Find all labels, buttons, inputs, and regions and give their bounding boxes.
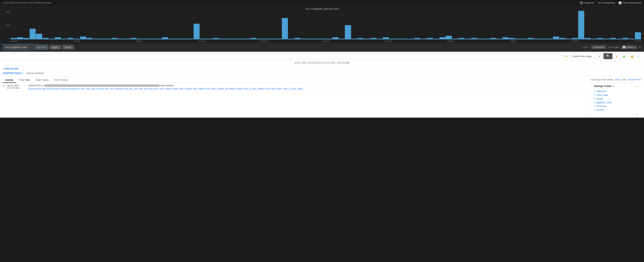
event-field-vmw-esxi-sub[interactable]: vmw_esxi_sub bbox=[123, 87, 137, 90]
chart-bar[interactable] bbox=[282, 18, 288, 39]
event-field-appname[interactable]: appname bbox=[71, 87, 80, 90]
chart-bar[interactable] bbox=[36, 34, 42, 39]
event-field-vmw-vc-task-status[interactable]: vmw_vc_task_status bbox=[283, 87, 303, 90]
bar-chart-icon: 📊 bbox=[623, 46, 626, 48]
chart-bar[interactable] bbox=[572, 38, 578, 39]
manage-fields-row-edit-icon[interactable]: ✏ bbox=[636, 113, 638, 116]
tab-events[interactable]: Events bbox=[3, 77, 16, 83]
seconds-dropdown[interactable]: 5 seconds bbox=[591, 45, 606, 49]
chart-bar[interactable] bbox=[370, 38, 376, 39]
chart-bar[interactable] bbox=[250, 38, 256, 39]
chart-bar[interactable] bbox=[80, 36, 86, 39]
chart-bar[interactable] bbox=[509, 38, 515, 39]
chart-area: 4M 2M 0 16:42:30 16:43:00 16:43:30 16:44… bbox=[3, 11, 641, 43]
chart-bar[interactable] bbox=[458, 38, 464, 39]
event-gear-icon[interactable]: ⚙ bbox=[3, 84, 5, 87]
chart-bar[interactable] bbox=[383, 37, 389, 39]
event-field-vmw-esxi-severity[interactable]: vmw_esxi_severity bbox=[105, 87, 123, 90]
chart-bar[interactable] bbox=[68, 38, 74, 39]
add-to-dashboard-action-button[interactable]: ▦+ bbox=[621, 53, 628, 59]
star-favorites-button[interactable]: ★ bbox=[565, 54, 568, 58]
chart-bar[interactable] bbox=[345, 25, 351, 39]
chart-bar[interactable] bbox=[358, 38, 364, 39]
chart-bar[interactable] bbox=[55, 37, 61, 39]
chart-bar[interactable] bbox=[130, 38, 137, 39]
chart-bar[interactable] bbox=[11, 38, 17, 39]
column-dropdown[interactable]: 📊 Column bbox=[621, 45, 637, 49]
event-field-event-type[interactable]: event_type bbox=[36, 87, 46, 90]
chart-bar[interactable] bbox=[490, 38, 496, 39]
search-input[interactable] bbox=[5, 55, 562, 57]
apply-button[interactable]: Apply bbox=[50, 45, 61, 49]
go-to-snapshots-button[interactable]: Go to Snapshots bbox=[598, 1, 615, 4]
chart-bar[interactable] bbox=[622, 38, 628, 39]
chart-bar[interactable] bbox=[414, 38, 420, 39]
tab-event-trends[interactable]: Event Trends bbox=[52, 77, 71, 83]
event-field-priority[interactable]: priority bbox=[53, 87, 60, 90]
event-field-vmw-user[interactable]: vmw_user bbox=[148, 87, 158, 90]
chart-bar[interactable] bbox=[294, 38, 300, 39]
field-item-gigabyte-used[interactable]: + gigabyte_used bbox=[594, 100, 638, 104]
field-item-hostname[interactable]: + hostname bbox=[594, 104, 638, 108]
chart-bar[interactable] bbox=[427, 38, 433, 39]
extract-all-fields-button[interactable]: (Extract all fields) bbox=[26, 72, 44, 74]
field-item-facility[interactable]: + facility bbox=[594, 97, 638, 100]
expand-icon[interactable]: ⇱ bbox=[639, 46, 641, 49]
view-dropdown[interactable]: View bbox=[615, 78, 621, 81]
metric-dropdown[interactable]: Sum of gigabyte_used bbox=[4, 45, 28, 49]
tab-event-types[interactable]: Event Types bbox=[33, 77, 52, 83]
event-field-vmw-vc-task-method[interactable]: vmw_vc_task_method bbox=[243, 87, 264, 90]
save-search-button[interactable]: ★+ bbox=[614, 53, 621, 59]
event-field-facility[interactable]: facility bbox=[47, 87, 53, 90]
event-field-vmw-task-status[interactable]: vmw_task_status bbox=[265, 87, 282, 90]
field-item-event-type[interactable]: + event_type bbox=[594, 93, 638, 97]
event-field-vmw-opid[interactable]: vmw_opid bbox=[138, 87, 148, 90]
add-to-dashboard-button[interactable]: 📊 Add to Dashboard bbox=[618, 1, 641, 4]
chart-bar[interactable] bbox=[446, 36, 452, 39]
chart-bar[interactable] bbox=[162, 37, 168, 39]
chart-bar[interactable] bbox=[42, 38, 48, 39]
chart-bar[interactable] bbox=[584, 38, 590, 39]
event-field-vmw-vsan2-device[interactable]: vmw_vsan2_device_init_failure_reason bbox=[205, 87, 242, 90]
tab-field-table[interactable]: Field Table bbox=[16, 77, 33, 83]
chart-bar[interactable] bbox=[635, 32, 641, 39]
x-label: 16:42:30 bbox=[11, 40, 18, 42]
chart-bar[interactable] bbox=[440, 37, 446, 39]
manage-fields-edit-icon[interactable]: ✏ bbox=[612, 85, 614, 87]
over-time-dropdown[interactable]: over time bbox=[35, 45, 48, 49]
add-metric-button[interactable]: + bbox=[28, 45, 33, 49]
event-field-vmw-hatask[interactable]: vmw_hatask bbox=[193, 87, 204, 90]
chart-bar[interactable] bbox=[86, 38, 92, 39]
chart-bar[interactable] bbox=[332, 37, 338, 39]
chart-bar[interactable] bbox=[559, 38, 565, 39]
event-field-hostname[interactable]: hostname bbox=[60, 87, 70, 90]
chart-bar[interactable] bbox=[23, 38, 30, 39]
sort-dropdown[interactable]: Newest First bbox=[628, 78, 641, 81]
event-field-vmw-vsan2-mount[interactable]: vmw_vsan2_mount_failure_status bbox=[160, 87, 192, 90]
chart-bar[interactable] bbox=[610, 38, 616, 39]
chart-bar[interactable] bbox=[597, 38, 603, 39]
chart-bar[interactable] bbox=[502, 37, 508, 39]
chart-bar[interactable] bbox=[471, 38, 477, 39]
chart-bar[interactable] bbox=[194, 24, 200, 39]
add-filter-button[interactable]: + ADD FILTER bbox=[3, 66, 641, 71]
share-button[interactable]: ⇗ bbox=[636, 54, 641, 58]
manage-fields-collapse-button[interactable]: » bbox=[637, 85, 638, 87]
chart-bar[interactable] bbox=[17, 37, 23, 39]
search-button[interactable]: 🔍 bbox=[604, 53, 612, 59]
time-range-dropdown[interactable]: Custom time range ▾ bbox=[570, 54, 602, 59]
event-field-vmw-vsan-esxi-severity[interactable]: vmw_vsan_esxi_severity bbox=[80, 87, 104, 90]
chart-bar[interactable] bbox=[528, 38, 534, 39]
chart-bar[interactable] bbox=[212, 38, 218, 39]
reset-button[interactable]: Reset bbox=[62, 45, 74, 49]
field-item-priority[interactable]: + priority bbox=[594, 108, 638, 112]
alert-button[interactable]: 🔔 bbox=[629, 54, 635, 58]
chart-bar[interactable] bbox=[30, 29, 36, 39]
field-item-appname[interactable]: + appname bbox=[594, 89, 638, 93]
event-field-source[interactable]: source bbox=[28, 87, 35, 90]
chart-bar[interactable] bbox=[112, 38, 118, 39]
chart-bar[interactable] bbox=[578, 11, 584, 39]
chart-bar[interactable] bbox=[553, 36, 559, 39]
content-packs-button[interactable]: CONTENT PACKs bbox=[3, 72, 24, 74]
snapshot-button[interactable]: 📷 Snapshot bbox=[580, 1, 594, 4]
